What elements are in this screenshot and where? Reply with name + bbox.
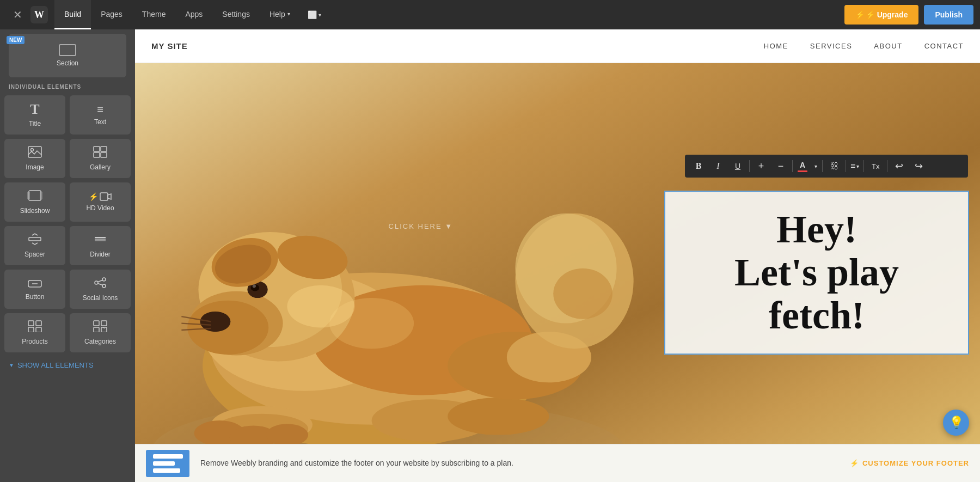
element-title-label: Title	[29, 120, 41, 127]
right-buttons: ⚡ ⚡ Upgrade Publish	[844, 5, 973, 25]
svg-rect-2	[94, 147, 100, 151]
sidebar: NEW Section INDIVIDUAL ELEMENTS T Title …	[0, 29, 135, 482]
toolbar-separator-6	[887, 160, 887, 172]
element-categories[interactable]: Categories	[70, 313, 131, 352]
svg-rect-3	[101, 147, 107, 151]
format-align-dropdown[interactable]: ≡ ▾	[848, 161, 861, 171]
svg-rect-24	[94, 327, 99, 332]
svg-point-13	[102, 278, 106, 281]
element-text-label: Text	[94, 118, 106, 126]
format-increase-button[interactable]: +	[752, 157, 770, 175]
element-slideshow[interactable]: Slideshow	[4, 182, 65, 222]
format-decrease-button[interactable]: −	[771, 157, 790, 175]
top-bar: ✕ W Build Pages Theme Apps Settings Help…	[0, 0, 980, 29]
svg-point-14	[95, 281, 98, 284]
element-products-label: Products	[22, 338, 47, 345]
svg-point-46	[448, 398, 549, 435]
element-products[interactable]: Products	[4, 313, 65, 352]
element-hd-video-label: HD Video	[86, 204, 114, 212]
svg-rect-4	[94, 152, 100, 157]
tab-pages[interactable]: Pages	[91, 0, 132, 29]
help-fab-button[interactable]: 💡	[943, 410, 969, 436]
section-icon	[59, 44, 76, 56]
tab-help[interactable]: Help ▾	[260, 0, 300, 29]
site-nav-contact[interactable]: CONTACT	[924, 40, 964, 52]
customize-footer-button[interactable]: ⚡ CUSTOMIZE YOUR FOOTER	[850, 459, 969, 467]
social-icons-icon	[93, 277, 107, 291]
footer-message: Remove Weebly branding and customize the…	[200, 457, 839, 469]
format-bold-button[interactable]: B	[689, 157, 708, 175]
element-divider[interactable]: Divider	[70, 226, 131, 265]
svg-point-15	[102, 284, 106, 288]
site-nav-services[interactable]: SERVICES	[810, 40, 853, 52]
svg-rect-5	[101, 152, 107, 157]
site-header: MY SITE HOME SERVICES ABOUT CONTACT	[135, 29, 980, 63]
svg-rect-0	[28, 147, 41, 157]
footer-line-1	[153, 454, 183, 459]
text-overlay[interactable]: Hey!Let's playfetch!	[664, 191, 969, 355]
show-all-label: SHOW ALL ELEMENTS	[17, 361, 94, 369]
svg-point-49	[266, 424, 309, 446]
footer-preview-image	[146, 450, 189, 477]
device-toggle-button[interactable]: ⬜ ▾	[300, 0, 329, 29]
tab-settings[interactable]: Settings	[212, 0, 260, 29]
toolbar-separator-2	[792, 160, 793, 172]
hero-section[interactable]: CLICK HERE ▼ B I U + − A ▾ ⛓	[135, 63, 980, 482]
tab-theme[interactable]: Theme	[132, 0, 176, 29]
hd-video-icon: ⚡	[89, 192, 112, 201]
element-button[interactable]: Button	[4, 270, 65, 309]
svg-line-17	[98, 284, 102, 285]
format-underline-button[interactable]: U	[728, 157, 747, 175]
element-gallery-label: Gallery	[90, 163, 111, 171]
upgrade-icon: ⚡	[855, 10, 865, 19]
customize-label: CUSTOMIZE YOUR FOOTER	[862, 459, 969, 467]
section-element[interactable]: Section	[9, 34, 126, 77]
site-nav-about[interactable]: ABOUT	[874, 40, 902, 52]
footer-bar: Remove Weebly branding and customize the…	[135, 444, 980, 482]
element-hd-video[interactable]: ⚡ HD Video	[70, 182, 131, 222]
show-all-elements-button[interactable]: ▼ SHOW ALL ELEMENTS	[0, 355, 135, 376]
format-undo-button[interactable]: ↩	[890, 157, 908, 175]
element-social-icons[interactable]: Social Icons	[70, 270, 131, 309]
svg-rect-20	[28, 327, 34, 332]
weebly-logo: W	[28, 0, 50, 29]
publish-button[interactable]: Publish	[924, 5, 973, 25]
text-icon: ≡	[97, 104, 103, 115]
device-dropdown-icon: ▾	[318, 12, 321, 18]
element-spacer[interactable]: Spacer	[4, 226, 65, 265]
format-italic-button[interactable]: I	[709, 157, 727, 175]
title-icon: T	[30, 102, 39, 117]
element-categories-label: Categories	[84, 338, 116, 345]
format-clear-button[interactable]: Tx	[866, 157, 885, 175]
element-text[interactable]: ≡ Text	[70, 95, 131, 135]
svg-point-56	[553, 269, 612, 319]
upgrade-button[interactable]: ⚡ ⚡ Upgrade	[844, 5, 919, 25]
spacer-icon	[28, 233, 42, 247]
nav-tabs: Build Pages Theme Apps Settings Help ▾ ⬜…	[54, 0, 844, 29]
element-title[interactable]: T Title	[4, 95, 65, 135]
element-image-label: Image	[26, 163, 44, 171]
device-icon: ⬜	[308, 10, 317, 19]
toolbar-separator-5	[863, 160, 864, 172]
footer-line-3	[153, 468, 180, 473]
format-redo-button[interactable]: ↪	[909, 157, 928, 175]
svg-rect-6	[29, 191, 41, 200]
customize-icon: ⚡	[850, 459, 859, 467]
element-gallery[interactable]: Gallery	[70, 139, 131, 178]
svg-rect-23	[101, 321, 107, 326]
format-color-button[interactable]: A	[795, 158, 810, 174]
products-icon	[28, 320, 42, 334]
section-element-row: NEW Section	[0, 29, 135, 77]
format-link-button[interactable]: ⛓	[825, 157, 843, 175]
svg-line-16	[98, 280, 102, 282]
element-image[interactable]: Image	[4, 139, 65, 178]
tab-build[interactable]: Build	[54, 0, 91, 29]
close-button[interactable]: ✕	[7, 0, 28, 29]
help-dropdown-icon: ▾	[287, 11, 290, 17]
element-button-label: Button	[26, 293, 45, 301]
tab-apps[interactable]: Apps	[175, 0, 212, 29]
toolbar-separator-3	[822, 160, 823, 172]
site-nav-home[interactable]: HOME	[764, 40, 788, 52]
elements-grid: T Title ≡ Text Image	[0, 93, 135, 355]
format-chevron-color[interactable]: ▾	[811, 157, 820, 175]
